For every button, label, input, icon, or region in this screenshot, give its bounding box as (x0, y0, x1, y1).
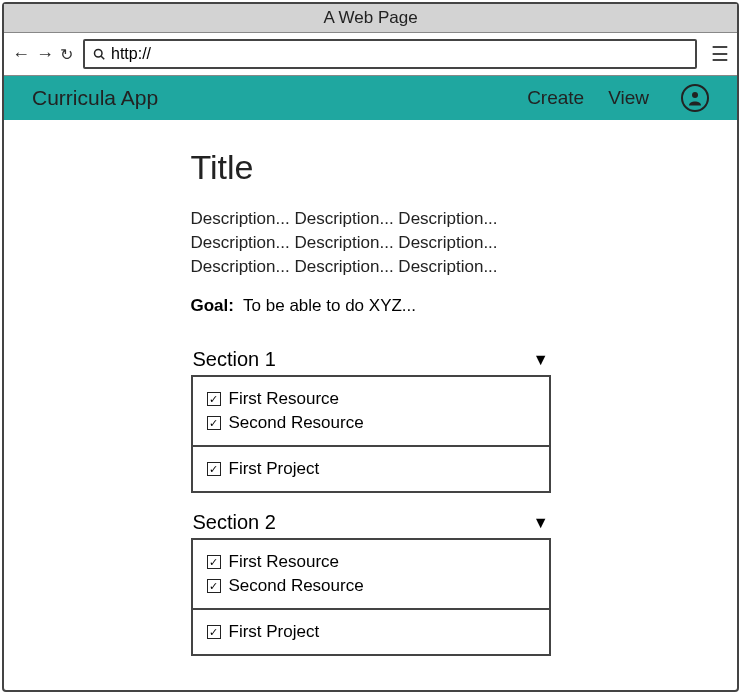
url-bar[interactable]: http:// (83, 39, 697, 69)
list-item: ✓ First Project (207, 620, 535, 644)
chevron-down-icon: ▼ (533, 351, 549, 369)
back-icon[interactable]: ← (12, 44, 30, 65)
section-1-header[interactable]: Section 1 ▼ (191, 344, 551, 377)
section-1-body: ✓ First Resource ✓ Second Resource ✓ Fir… (191, 377, 551, 493)
nav-create[interactable]: Create (527, 87, 584, 109)
list-item: ✓ First Resource (207, 387, 535, 411)
page-description: Description... Description... Descriptio… (191, 207, 551, 278)
checkbox-icon[interactable]: ✓ (207, 579, 221, 593)
checkbox-icon[interactable]: ✓ (207, 625, 221, 639)
project-label[interactable]: First Project (229, 622, 320, 642)
section-1: Section 1 ▼ ✓ First Resource ✓ Second Re… (191, 344, 551, 493)
url-text: http:// (111, 45, 151, 63)
list-item: ✓ Second Resource (207, 411, 535, 435)
section-2-title: Section 2 (193, 511, 276, 534)
list-item: ✓ First Resource (207, 550, 535, 574)
goal-line: Goal: To be able to do XYZ... (191, 296, 551, 316)
section-2-projects: ✓ First Project (193, 608, 549, 654)
search-icon (93, 48, 105, 60)
browser-toolbar: ← → ↻ http:// ☰ (4, 33, 737, 76)
section-2: Section 2 ▼ ✓ First Resource ✓ Second Re… (191, 507, 551, 656)
checkbox-icon[interactable]: ✓ (207, 416, 221, 430)
list-item: ✓ First Project (207, 457, 535, 481)
chevron-down-icon: ▼ (533, 514, 549, 532)
resource-label[interactable]: First Resource (229, 389, 340, 409)
content-inner: Title Description... Description... Desc… (191, 148, 551, 690)
app-navbar: Curricula App Create View (4, 76, 737, 120)
checkbox-icon[interactable]: ✓ (207, 462, 221, 476)
avatar-icon[interactable] (681, 84, 709, 112)
menu-icon[interactable]: ☰ (711, 42, 729, 66)
checkbox-icon[interactable]: ✓ (207, 555, 221, 569)
refresh-icon[interactable]: ↻ (60, 45, 73, 64)
resource-label[interactable]: Second Resource (229, 413, 364, 433)
browser-window: A Web Page ← → ↻ http:// ☰ Curricula App… (2, 2, 739, 692)
goal-label: Goal: (191, 296, 234, 315)
nav-view[interactable]: View (608, 87, 649, 109)
window-titlebar: A Web Page (4, 4, 737, 33)
section-2-resources: ✓ First Resource ✓ Second Resource (193, 540, 549, 608)
svg-point-2 (692, 92, 698, 98)
forward-icon[interactable]: → (36, 44, 54, 65)
section-2-body: ✓ First Resource ✓ Second Resource ✓ Fir… (191, 540, 551, 656)
content-area: Title Description... Description... Desc… (4, 120, 737, 690)
resource-label[interactable]: Second Resource (229, 576, 364, 596)
svg-point-0 (95, 50, 103, 58)
section-1-projects: ✓ First Project (193, 445, 549, 491)
checkbox-icon[interactable]: ✓ (207, 392, 221, 406)
section-1-resources: ✓ First Resource ✓ Second Resource (193, 377, 549, 445)
page-title: Title (191, 148, 551, 187)
resource-label[interactable]: First Resource (229, 552, 340, 572)
goal-text: To be able to do XYZ... (243, 296, 416, 315)
section-2-header[interactable]: Section 2 ▼ (191, 507, 551, 540)
section-1-title: Section 1 (193, 348, 276, 371)
list-item: ✓ Second Resource (207, 574, 535, 598)
app-nav-links: Create View (527, 84, 709, 112)
project-label[interactable]: First Project (229, 459, 320, 479)
app-brand[interactable]: Curricula App (32, 86, 527, 110)
svg-line-1 (101, 56, 104, 59)
window-title: A Web Page (323, 8, 417, 27)
